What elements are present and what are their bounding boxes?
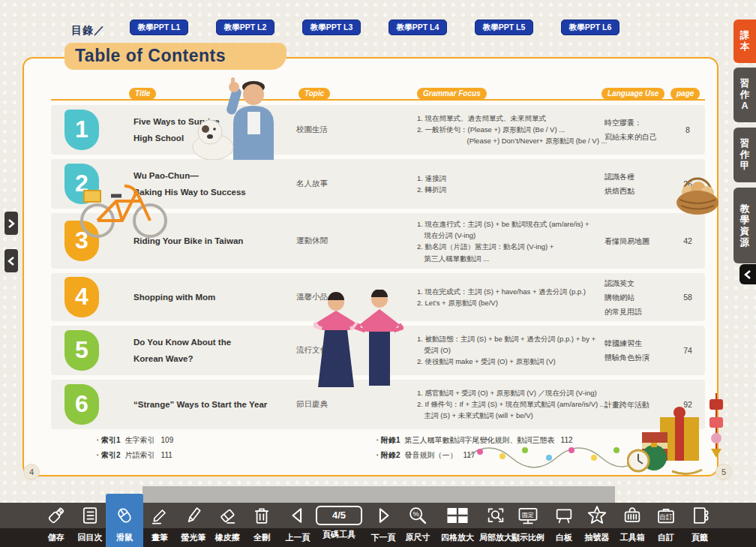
table-row[interactable]: 1 Five Ways to Survive High School 校園生活 … [51, 105, 705, 155]
trash-icon [251, 505, 272, 526]
bullet: ・ [374, 436, 381, 444]
tool-label: 螢光筆 [182, 528, 206, 547]
whiteboard-icon [554, 505, 574, 526]
page-number-tool[interactable]: 4/5 頁碼工具 [315, 503, 363, 547]
mouse-tool-button[interactable]: 滑鼠 [106, 494, 143, 547]
whiteboard-button[interactable]: 白板 [547, 503, 581, 547]
unit-number: 1 [64, 110, 99, 150]
ppt-button-l6[interactable]: 教學PPT L6 [561, 20, 620, 35]
tab-label: 習作甲 [740, 138, 751, 172]
bullet: ・ [94, 436, 101, 444]
tool-label: 局部放大 [479, 528, 512, 547]
column-header-grammar: Grammar Focus [417, 88, 487, 100]
column-header-title: Title [129, 88, 156, 100]
book-page-number-right: 5 [716, 464, 732, 480]
tab-teaching-resources[interactable]: 教學資源 [734, 188, 756, 263]
tool-label: 上一頁 [286, 528, 310, 547]
bullet: ・ [374, 451, 381, 459]
unit-language-use: 認識英文 購物網站 的常見用語 [604, 276, 674, 319]
ppt-button-l3[interactable]: 教學PPT L3 [302, 20, 361, 35]
index-text: 生字索引 [125, 436, 155, 444]
unit-grammar-focus: 1. 現在簡單式、過去簡單式、未來簡單式 2. 一般祈使句：(Please +)… [417, 113, 612, 147]
book-page-number-left: 4 [23, 464, 40, 480]
original-size-button[interactable]: % 原尺寸 [400, 503, 435, 547]
unit-title: “Strange” Ways to Start the Year [134, 396, 291, 413]
bottom-toolbar: 儲存 回目次 滑鼠 畫筆 螢光筆 橡皮擦 全刪 [0, 503, 756, 547]
unit-title: Five Ways to Survive High School [134, 113, 291, 147]
unit-title: Shopping with Mom [134, 289, 291, 305]
unit-number: 5 [64, 330, 99, 371]
table-row[interactable]: 5 Do You Know About the Korean Wave? 流行文… [51, 326, 705, 375]
eraser-icon [217, 505, 238, 526]
unit-page-number: 74 [670, 346, 705, 355]
save-button[interactable]: 儲存 [39, 503, 74, 547]
tab-label: 教學資源 [740, 203, 751, 248]
unit-page-number: 8 [670, 125, 705, 134]
expand-left-panel-button[interactable] [4, 212, 18, 235]
previous-page-button[interactable]: 上一頁 [280, 503, 315, 547]
toolbox-button[interactable]: 工具箱 [615, 503, 650, 547]
unit-language-use: 韓國練習生 體驗角色扮演 [604, 336, 674, 365]
table-row[interactable]: 2 Wu Pao-Chun— Baking His Way to Success… [51, 159, 705, 209]
ppt-button-l4[interactable]: 教學PPT L4 [388, 20, 447, 35]
eraser-tool-button[interactable]: 橡皮擦 [210, 503, 244, 547]
page-tabs-button[interactable]: 頁籤 [682, 503, 717, 547]
delete-all-button[interactable]: 全刪 [244, 503, 279, 547]
back-to-toc-button[interactable]: 回目次 [73, 503, 107, 547]
table-row[interactable]: 4 Shopping with Mom 溫馨小品 1. 現在完成式：主詞 (S)… [51, 273, 705, 321]
tool-label: 抽號器 [585, 528, 610, 547]
page-indicator-box[interactable]: 4/5 [316, 506, 362, 525]
highlighter-tool-button[interactable]: 螢光筆 [176, 503, 211, 547]
custom-glyph: 自訂 [659, 513, 673, 521]
chevron-right-icon [8, 218, 15, 229]
next-triangle-icon [373, 505, 394, 526]
quad-grid-icon [446, 505, 469, 526]
index-entry: ・索引2片語索引111 [94, 450, 172, 461]
tool-label: 橡皮擦 [215, 528, 240, 547]
prev-triangle-icon [287, 505, 308, 526]
table-row[interactable]: 3 Riding Your Bike in Taiwan 運動休閒 1. 現在進… [51, 213, 705, 269]
quad-zoom-button[interactable]: 四格放大 [438, 503, 477, 547]
custom-tool-button[interactable]: 自訂 自訂 [649, 503, 683, 547]
collapse-left-panel-button[interactable] [4, 249, 18, 272]
chevron-left-icon [8, 256, 15, 266]
tab-workbook-a[interactable]: 習作A [734, 68, 756, 122]
ebook-reader: { "colors": { "accent_orange": "#f5a623"… [0, 0, 756, 547]
header-rule [51, 99, 705, 101]
ppt-button-l2[interactable]: 教學PPT L2 [216, 20, 274, 35]
unit-language-use: 時空膠囊： 寫給未來的自己 [604, 116, 674, 144]
table-row[interactable]: 6 “Strange” Ways to Start the Year 節日慶典 … [51, 380, 705, 429]
page-title: Table of Contents [64, 43, 286, 70]
unit-page-number: 26 [670, 179, 705, 188]
unit-topic: 運動休閒 [296, 236, 364, 246]
tool-label: 原尺寸 [406, 528, 430, 547]
index-page: 109 [161, 436, 174, 444]
page-tab-icon [689, 505, 710, 526]
unit-number: 4 [64, 277, 99, 317]
number-picker-button[interactable]: 7 抽號器 [580, 503, 614, 547]
pen-tool-button[interactable]: 畫筆 [142, 503, 177, 547]
index-page: 111 [161, 451, 172, 459]
unit-grammar-focus: 1. 感官動詞 + 受詞 (O) + 原形動詞 (V) ／現在分詞 (V-ing… [417, 387, 612, 422]
collapse-panel-button[interactable] [740, 264, 756, 284]
zoom-percent-icon: % [407, 505, 428, 526]
tab-workbook-jia[interactable]: 習作甲 [734, 128, 756, 182]
tab-label: 習作A [740, 78, 751, 112]
unit-topic: 名人故事 [296, 179, 364, 189]
index-text: 片語索引 [125, 451, 155, 459]
appendix-page: 117 [464, 451, 476, 459]
appendix-entry: ・附錄2發音規則（一）117 [374, 450, 476, 461]
appendix-page: 112 [561, 436, 573, 444]
unit-grammar-focus: 1. 連接詞 2. 轉折詞 [417, 173, 612, 195]
display-ratio-button[interactable]: 固定 顯示比例 [509, 503, 547, 547]
ppt-button-l5[interactable]: 教學PPT L5 [475, 20, 533, 35]
number-glyph: 7 [595, 511, 599, 520]
tool-label: 頁籤 [692, 528, 708, 547]
index-label: 索引1 [101, 436, 121, 444]
ppt-button-l1[interactable]: 教學PPT L1 [130, 20, 188, 35]
unit-grammar-focus: 1. 現在進行式：主詞 (S) + be 動詞現在式 (am/are/is) +… [417, 218, 612, 264]
next-page-button[interactable]: 下一頁 [366, 503, 400, 547]
appendix-text: 發音規則（一） [405, 451, 458, 459]
unit-topic: 校園生活 [296, 125, 364, 135]
tab-textbook[interactable]: 課本 [734, 20, 756, 63]
